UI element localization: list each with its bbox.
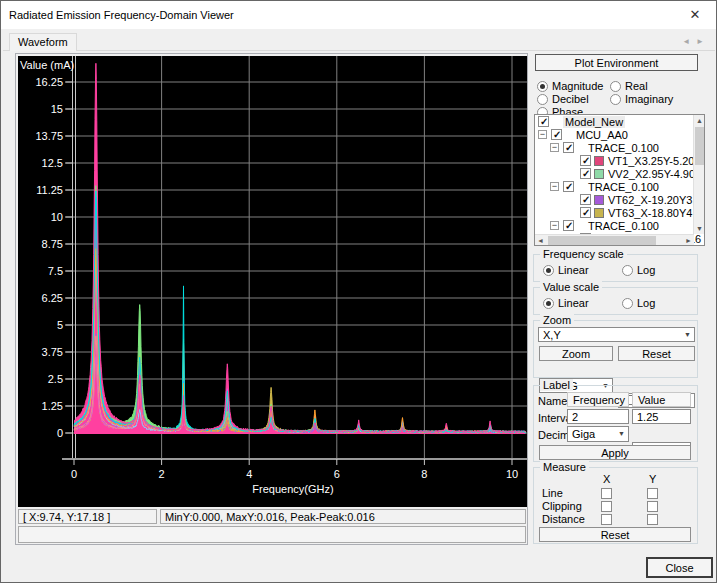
- radio-value-log-label: Log: [637, 297, 655, 309]
- svg-text:Value (mA): Value (mA): [20, 59, 74, 71]
- measure-line-x-checkbox[interactable]: [601, 488, 612, 499]
- radio-freq-linear[interactable]: [543, 265, 554, 276]
- radio-imaginary[interactable]: [610, 94, 621, 105]
- zoom-mode-value: X,Y: [543, 329, 561, 341]
- tree-item-vt63[interactable]: VT63_X-18.80Y4.0: [535, 206, 704, 219]
- zoom-button[interactable]: Zoom: [539, 346, 613, 361]
- value-scale-title: Value scale: [540, 281, 602, 293]
- radio-value-linear[interactable]: [543, 298, 554, 309]
- measure-line-y-checkbox[interactable]: [647, 488, 658, 499]
- radio-real[interactable]: [610, 81, 621, 92]
- svg-text:3.75: 3.75: [42, 346, 63, 358]
- tree-item-vt1[interactable]: VT1_X3.25Y-5.20: [535, 154, 704, 167]
- checkbox[interactable]: [538, 116, 549, 127]
- frequency-domain-plot[interactable]: 01.252.53.7556.257.58.751011.2512.513.75…: [18, 56, 527, 507]
- checkbox[interactable]: [580, 168, 591, 179]
- tab-scroll-buttons: ◄►: [682, 37, 710, 46]
- label-group-title: Label: [540, 379, 573, 391]
- scroll-left-icon[interactable]: ◄: [535, 235, 546, 246]
- trace-color-swatch: [594, 156, 604, 166]
- tree-item-label: VT63_X-18.80Y4.0: [608, 207, 702, 219]
- tree-item-mcu[interactable]: − MCU_AA0: [535, 128, 704, 141]
- scroll-right-icon[interactable]: ►: [683, 235, 694, 246]
- chevron-down-icon: ▼: [618, 430, 625, 437]
- svg-text:2.5: 2.5: [48, 373, 63, 385]
- svg-text:1.25: 1.25: [42, 400, 63, 412]
- waveform-chart[interactable]: 01.252.53.7556.257.58.751011.2512.513.75…: [18, 56, 527, 507]
- y-interval-input[interactable]: 1.25: [632, 409, 691, 424]
- measure-group: Measure X Y Line Clipping Distance Reset: [533, 467, 698, 544]
- close-icon[interactable]: ✕: [680, 3, 710, 27]
- radio-decibel[interactable]: [537, 94, 548, 105]
- tree-item-label: Model_New: [563, 116, 625, 128]
- measure-distance-label: Distance: [542, 513, 585, 525]
- waveform-panel: 01.252.53.7556.257.58.751011.2512.513.75…: [15, 53, 528, 545]
- scroll-down-icon[interactable]: ▼: [694, 223, 705, 234]
- x-decimal-select[interactable]: Giga ▼: [567, 426, 629, 442]
- checkbox[interactable]: [580, 207, 591, 218]
- zoom-reset-button[interactable]: Reset: [618, 346, 695, 361]
- tree-item-label: TRACE_0.100: [588, 220, 659, 232]
- zoom-group: Zoom X,Y ▼ Zoom Reset BG ▼ Label ▼: [533, 320, 698, 378]
- frequency-scale-title: Frequency scale: [540, 248, 627, 260]
- collapse-icon[interactable]: −: [550, 182, 559, 191]
- radio-magnitude-label: Magnitude: [552, 80, 603, 92]
- checkbox[interactable]: [551, 129, 562, 140]
- x-axis-name-box: Frequency: [567, 392, 629, 407]
- tree-item-model[interactable]: Model_New: [535, 115, 704, 128]
- close-button[interactable]: Close: [646, 557, 713, 578]
- checkbox[interactable]: [580, 155, 591, 166]
- radio-decibel-label: Decibel: [552, 93, 589, 105]
- svg-text:4: 4: [246, 468, 252, 480]
- apply-button[interactable]: Apply: [539, 445, 691, 460]
- radio-real-label: Real: [625, 80, 648, 92]
- svg-text:10: 10: [506, 468, 518, 480]
- tree-item-vv2[interactable]: VV2_X2.95Y-4.90: [535, 167, 704, 180]
- radio-freq-log[interactable]: [622, 265, 633, 276]
- zoom-mode-select[interactable]: X,Y ▼: [538, 327, 695, 342]
- name-row-label: Name: [538, 395, 567, 407]
- measure-col-x: X: [603, 473, 610, 485]
- collapse-icon[interactable]: −: [550, 143, 559, 152]
- scroll-up-icon[interactable]: ▲: [694, 115, 705, 126]
- plot-environment-button[interactable]: Plot Environment: [535, 54, 698, 71]
- svg-text:10: 10: [51, 211, 63, 223]
- tree-vertical-scrollbar[interactable]: ▲ ▼: [693, 115, 704, 234]
- tab-waveform[interactable]: Waveform: [9, 33, 77, 51]
- measure-clipping-x-checkbox[interactable]: [601, 501, 612, 512]
- tree-item-trace[interactable]: − TRACE_0.100: [535, 219, 704, 232]
- scrollbar-thumb[interactable]: [548, 236, 656, 245]
- checkbox[interactable]: [563, 181, 574, 192]
- radio-magnitude[interactable]: [537, 81, 548, 92]
- tree-item-label: MCU_AA0: [576, 129, 628, 141]
- measure-distance-y-checkbox[interactable]: [647, 514, 658, 525]
- svg-text:6.25: 6.25: [42, 292, 63, 304]
- checkbox[interactable]: [563, 220, 574, 231]
- svg-text:6: 6: [334, 468, 340, 480]
- scrollbar-thumb[interactable]: [695, 127, 704, 165]
- svg-text:2: 2: [159, 468, 165, 480]
- measure-clipping-y-checkbox[interactable]: [647, 501, 658, 512]
- tree-item-vt62[interactable]: VT62_X-19.20Y3.6: [535, 193, 704, 206]
- tree-item-trace[interactable]: − TRACE_0.100: [535, 141, 704, 154]
- x-interval-input[interactable]: 2: [567, 409, 629, 424]
- checkbox[interactable]: [580, 194, 591, 205]
- svg-text:8: 8: [421, 468, 427, 480]
- tree-horizontal-scrollbar[interactable]: ◄ ►: [535, 234, 694, 245]
- measure-distance-x-checkbox[interactable]: [601, 514, 612, 525]
- radio-value-log[interactable]: [622, 298, 633, 309]
- window-title: Radiated Emission Frequency-Domain Viewe…: [9, 9, 234, 21]
- collapse-icon[interactable]: −: [550, 221, 559, 230]
- svg-text:11.25: 11.25: [36, 184, 63, 196]
- svg-text:7.5: 7.5: [48, 265, 63, 277]
- label-group: Label Name Frequency Value Interval 2 1.…: [533, 385, 698, 462]
- measure-col-y: Y: [649, 473, 656, 485]
- tab-scroll-right-icon[interactable]: ►: [696, 37, 710, 46]
- collapse-icon[interactable]: −: [538, 130, 547, 139]
- trace-statistics: MinY:0.000, MaxY:0.016, Peak-Peak:0.016: [160, 509, 526, 524]
- measure-reset-button[interactable]: Reset: [539, 527, 691, 542]
- tree-item-trace[interactable]: − TRACE_0.100: [535, 180, 704, 193]
- checkbox[interactable]: [563, 142, 574, 153]
- tab-scroll-left-icon[interactable]: ◄: [682, 37, 696, 46]
- trace-color-swatch: [594, 208, 604, 218]
